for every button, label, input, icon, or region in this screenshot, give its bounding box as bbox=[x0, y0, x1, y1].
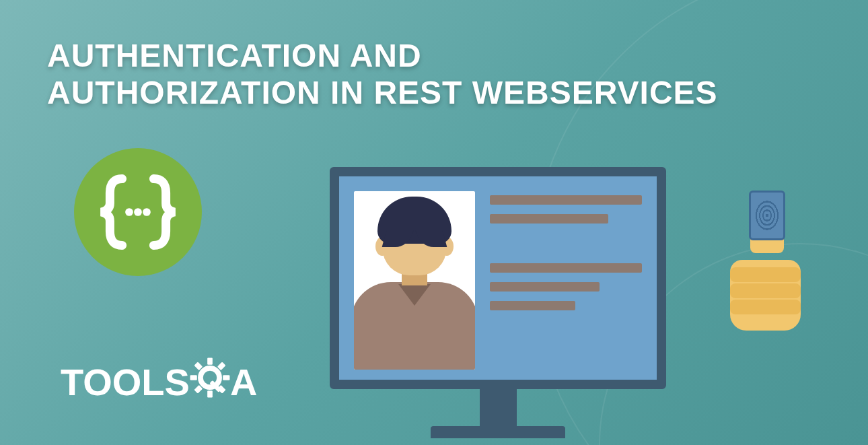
svg-rect-7 bbox=[223, 375, 229, 380]
monitor-stand-neck bbox=[480, 389, 517, 426]
svg-rect-5 bbox=[207, 390, 213, 397]
finger bbox=[730, 300, 801, 314]
profile-info-lines bbox=[490, 191, 642, 365]
svg-rect-9 bbox=[194, 385, 203, 394]
code-braces-badge-icon bbox=[74, 148, 202, 276]
logo-text-after: A bbox=[230, 360, 257, 404]
title-line-1: AUTHENTICATION AND bbox=[47, 38, 422, 73]
monitor-illustration bbox=[330, 167, 666, 438]
info-line bbox=[490, 282, 600, 292]
finger bbox=[730, 267, 801, 282]
svg-point-2 bbox=[143, 208, 151, 216]
svg-point-1 bbox=[134, 208, 142, 216]
fingerprint-chip-icon bbox=[749, 191, 785, 240]
info-line bbox=[490, 195, 642, 205]
svg-point-0 bbox=[125, 208, 133, 216]
finger bbox=[730, 283, 801, 298]
avatar-hair bbox=[377, 197, 451, 244]
profile-photo-card bbox=[354, 191, 475, 370]
monitor-screen bbox=[330, 167, 666, 389]
svg-rect-8 bbox=[217, 362, 226, 370]
monitor-stand-base bbox=[431, 426, 565, 438]
info-line bbox=[490, 301, 575, 310]
hand bbox=[730, 260, 801, 331]
braces-icon bbox=[94, 168, 182, 256]
info-line bbox=[490, 214, 608, 224]
gear-icon bbox=[188, 356, 231, 408]
title-line-2: AUTHORIZATION IN REST WEBSERVICES bbox=[47, 75, 718, 110]
svg-rect-4 bbox=[207, 358, 213, 365]
fingerprint-icon bbox=[755, 200, 779, 231]
svg-rect-6 bbox=[190, 375, 196, 380]
svg-rect-10 bbox=[194, 362, 203, 370]
avatar-collar bbox=[398, 284, 431, 306]
toolsqa-logo: TOOLS A bbox=[61, 356, 257, 408]
info-line bbox=[490, 263, 642, 273]
page-title: AUTHENTICATION AND AUTHORIZATION IN REST… bbox=[47, 37, 718, 111]
thumb-fingerprint-illustration bbox=[730, 209, 811, 331]
logo-text-before: TOOLS bbox=[61, 360, 190, 404]
